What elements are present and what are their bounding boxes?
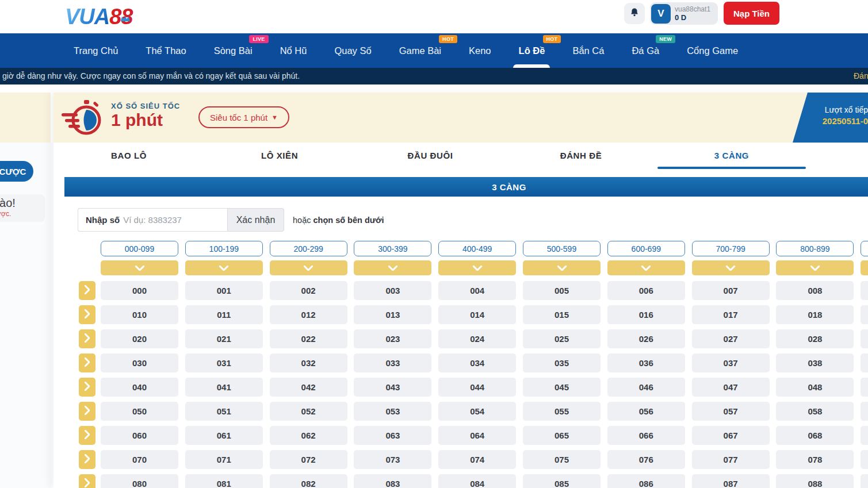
nav-item-7[interactable]: Lô ĐềHOT [505,33,559,68]
expand-row-button[interactable] [79,474,95,488]
nav-item-10[interactable]: Cổng Game [673,33,752,68]
nav-item-8[interactable]: Bắn Cá [559,33,618,68]
range-button-400-499[interactable]: 400-499 [438,241,516,256]
range-button-200-299[interactable]: 200-299 [270,241,347,256]
number-cell-063[interactable]: 063 [354,426,431,445]
number-cell-041[interactable]: 041 [185,378,263,397]
nav-item-4[interactable]: Quay Số [320,33,385,68]
number-cell-017[interactable]: 017 [692,305,770,324]
number-cell-025[interactable]: 025 [523,329,601,348]
expand-column-button[interactable] [607,260,685,275]
range-button-500-599[interactable]: 500-599 [523,241,601,256]
number-cell-015[interactable]: 015 [523,305,601,324]
expand-row-button[interactable] [79,378,95,397]
number-cell-062[interactable]: 062 [270,426,347,445]
number-cell-partial[interactable] [861,305,868,324]
number-cell-partial[interactable] [861,353,868,372]
expand-row-button[interactable] [79,426,95,445]
deposit-button[interactable]: Nạp Tiền [724,2,779,25]
number-cell-055[interactable]: 055 [523,402,601,421]
expand-column-button[interactable] [776,260,854,275]
nav-item-2[interactable]: Sòng BàiLIVE [200,33,266,68]
number-cell-074[interactable]: 074 [438,450,516,469]
tab-3[interactable]: ĐÁNH ĐỀ [506,143,656,168]
number-cell-018[interactable]: 018 [776,305,854,324]
number-cell-081[interactable]: 081 [185,474,263,488]
number-cell-067[interactable]: 067 [692,426,770,445]
nav-item-5[interactable]: Game BàiHOT [385,33,455,68]
nav-item-3[interactable]: Nổ Hũ [266,33,321,68]
number-cell-016[interactable]: 016 [607,305,685,324]
number-cell-061[interactable]: 061 [185,426,263,445]
number-cell-052[interactable]: 052 [270,402,347,421]
number-cell-037[interactable]: 037 [692,353,770,372]
expand-row-button[interactable] [79,450,95,469]
number-cell-010[interactable]: 010 [101,305,178,324]
number-cell-088[interactable]: 088 [776,474,854,488]
expand-column-button[interactable] [270,260,347,275]
number-cell-073[interactable]: 073 [354,450,431,469]
number-cell-086[interactable]: 086 [607,474,685,488]
number-cell-035[interactable]: 035 [523,353,601,372]
number-cell-003[interactable]: 003 [354,281,431,300]
number-cell-000[interactable]: 000 [101,281,178,300]
number-input-box[interactable]: Nhập số [78,208,227,232]
expand-column-button[interactable] [354,260,431,275]
number-cell-004[interactable]: 004 [438,281,516,300]
expand-row-button[interactable] [79,281,95,300]
number-cell-075[interactable]: 075 [523,450,601,469]
expand-column-button[interactable] [438,260,516,275]
expand-row-button[interactable] [79,402,95,421]
tab-2[interactable]: ĐẦU ĐUÔI [355,143,506,168]
number-cell-014[interactable]: 014 [438,305,516,324]
range-button-800-899[interactable]: 800-899 [776,241,854,256]
number-cell-011[interactable]: 011 [185,305,263,324]
number-cell-084[interactable]: 084 [438,474,516,488]
expand-column-button[interactable] [861,260,868,275]
number-cell-047[interactable]: 047 [692,378,770,397]
expand-column-button[interactable] [101,260,178,275]
number-cell-partial[interactable] [861,329,868,348]
number-cell-007[interactable]: 007 [692,281,770,300]
number-cell-085[interactable]: 085 [523,474,601,488]
number-cell-028[interactable]: 028 [776,329,854,348]
number-cell-013[interactable]: 013 [354,305,431,324]
number-cell-038[interactable]: 038 [776,353,854,372]
number-cell-045[interactable]: 045 [523,378,601,397]
range-button-900-999[interactable]: 900-999 [861,241,868,256]
number-cell-050[interactable]: 050 [101,402,178,421]
number-cell-057[interactable]: 057 [692,402,770,421]
number-cell-043[interactable]: 043 [354,378,431,397]
expand-column-button[interactable] [523,260,601,275]
number-cell-053[interactable]: 053 [354,402,431,421]
number-cell-021[interactable]: 021 [185,329,263,348]
number-cell-071[interactable]: 071 [185,450,263,469]
number-cell-065[interactable]: 065 [523,426,601,445]
tab-0[interactable]: BAO LÔ [53,143,204,168]
tab-4[interactable]: 3 CÀNG [656,143,807,168]
expand-row-button[interactable] [79,353,95,372]
number-cell-054[interactable]: 054 [438,402,516,421]
number-cell-023[interactable]: 023 [354,329,431,348]
number-cell-033[interactable]: 033 [354,353,431,372]
range-button-700-799[interactable]: 700-799 [692,241,770,256]
number-cell-005[interactable]: 005 [523,281,601,300]
number-cell-032[interactable]: 032 [270,353,347,372]
number-cell-087[interactable]: 087 [692,474,770,488]
number-cell-002[interactable]: 002 [270,281,347,300]
nav-item-6[interactable]: Keno [455,33,505,68]
number-cell-026[interactable]: 026 [607,329,685,348]
number-cell-083[interactable]: 083 [354,474,431,488]
number-cell-partial[interactable] [861,281,868,300]
number-cell-066[interactable]: 066 [607,426,685,445]
number-cell-068[interactable]: 068 [776,426,854,445]
number-cell-030[interactable]: 030 [101,353,178,372]
range-button-000-099[interactable]: 000-099 [101,241,178,256]
expand-column-button[interactable] [185,260,263,275]
number-cell-076[interactable]: 076 [607,450,685,469]
number-input[interactable] [123,215,227,225]
number-cell-056[interactable]: 056 [607,402,685,421]
number-cell-077[interactable]: 077 [692,450,770,469]
lottery-type-dropdown[interactable]: Siêu tốc 1 phút ▼ [198,106,289,128]
notification-bell-button[interactable] [624,3,645,24]
